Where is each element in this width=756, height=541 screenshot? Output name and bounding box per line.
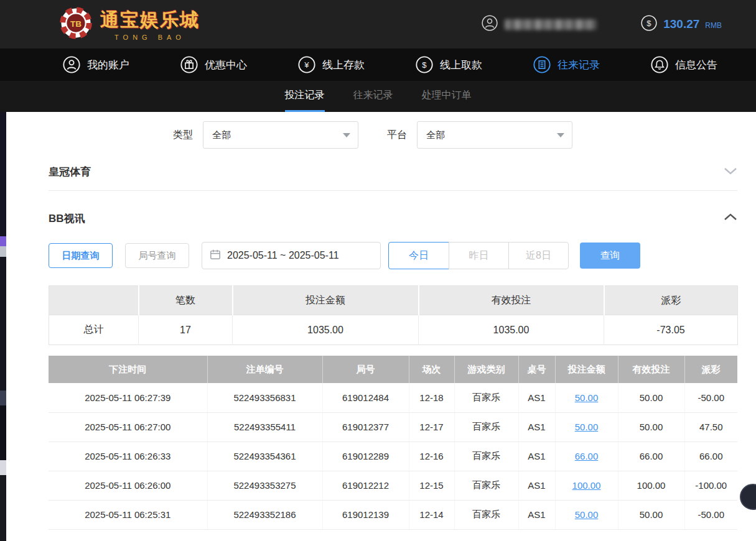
cell-bet-time: 2025-05-11 06:25:31 [49, 500, 207, 529]
nav-item-records[interactable]: 往来记录 [533, 55, 600, 74]
cell-payout: 47.50 [684, 412, 737, 442]
table-row: 2025-05-11 06:26:33522493354361619012289… [49, 442, 737, 471]
balance-amount: 130.27 [663, 17, 699, 31]
chevron-down-icon [343, 133, 350, 137]
platform-select-value: 全部 [426, 129, 445, 141]
nav-label: 线上存款 [322, 58, 365, 72]
account-icon [62, 55, 81, 74]
summary-header-payout: 派彩 [604, 286, 738, 315]
section-bb-video[interactable]: BB视讯 [49, 200, 737, 237]
section-title: 皇冠体育 [49, 165, 91, 179]
cell-payout: 66.00 [684, 442, 737, 471]
cell-round-id: 619012139 [322, 500, 409, 529]
cell-game-type: 百家乐 [454, 412, 518, 442]
background-page-edge [0, 112, 6, 541]
platform-select[interactable]: 全部 [417, 121, 572, 149]
nav-item-deposit[interactable]: ¥ 线上存款 [297, 55, 365, 74]
round-query-button[interactable]: 局号查询 [125, 243, 189, 268]
balance-currency: RMB [705, 21, 722, 30]
section-title: BB视讯 [49, 211, 85, 226]
cell-table-id: AS1 [518, 412, 555, 442]
search-button[interactable]: 查询 [580, 243, 640, 269]
cell-session: 12-17 [409, 412, 454, 442]
bet-amount-link[interactable]: 50.00 [575, 392, 599, 403]
svg-text:TB: TB [70, 19, 82, 29]
date-query-button[interactable]: 日期查询 [49, 243, 113, 268]
summary-header-valid-bet: 有效投注 [419, 286, 604, 315]
cell-payout: -50.00 [684, 500, 737, 529]
cell-order-id: 522493352186 [207, 500, 322, 529]
cell-game-type: 百家乐 [454, 500, 518, 529]
cell-order-id: 522493356831 [207, 383, 322, 412]
table-row: 2025-05-11 06:27:39522493356831619012484… [49, 383, 737, 412]
summary-count: 17 [139, 315, 233, 345]
section-crown-sports[interactable]: 皇冠体育 [49, 154, 737, 191]
cell-order-id: 522493354361 [207, 442, 322, 471]
logo-text: 通宝娱乐城 TONG BAO [100, 7, 200, 41]
summary-header-count: 笔数 [139, 286, 233, 315]
cell-order-id: 522493353275 [207, 471, 322, 500]
user-icon [481, 14, 498, 34]
dollar-icon: $ [640, 14, 658, 34]
username-masked [505, 19, 597, 30]
summary-header-blank [49, 286, 139, 315]
svg-text:$: $ [647, 19, 652, 28]
tab-bet-records[interactable]: 投注记录 [285, 89, 325, 112]
summary-total-label: 总计 [49, 315, 139, 345]
cell-table-id: AS1 [518, 500, 555, 529]
cell-valid-bet: 100.00 [618, 471, 684, 500]
bet-table-body: 2025-05-11 06:27:39522493356831619012484… [49, 383, 737, 529]
nav-item-withdraw[interactable]: $ 线上取款 [415, 55, 482, 74]
logo[interactable]: TB 通宝娱乐城 TONG BAO [59, 6, 200, 42]
cell-session: 12-16 [409, 442, 454, 471]
nav-label: 往来记录 [558, 58, 600, 72]
cell-bet-time: 2025-05-11 06:26:33 [49, 442, 207, 471]
summary-table: 笔数 投注金额 有效投注 派彩 总计 17 1035.00 1035.00 -7… [49, 285, 738, 345]
nav-label: 我的账户 [87, 58, 129, 72]
nav-item-promotions[interactable]: 优惠中心 [180, 55, 247, 74]
summary-bet-amount: 1035.00 [233, 315, 419, 345]
type-select[interactable]: 全部 [203, 121, 358, 149]
user-account[interactable] [481, 14, 597, 34]
cell-bet-amount: 50.00 [555, 412, 618, 442]
header-payout: 派彩 [684, 356, 737, 383]
summary-total-row: 总计 17 1035.00 1035.00 -73.05 [49, 315, 738, 345]
bet-amount-link[interactable]: 50.00 [575, 422, 599, 432]
calendar-icon [210, 249, 221, 262]
cell-table-id: AS1 [518, 471, 555, 500]
today-button[interactable]: 今日 [388, 242, 449, 269]
cell-round-id: 619012377 [322, 412, 409, 442]
cell-table-id: AS1 [518, 442, 555, 471]
svg-text:$: $ [422, 60, 427, 70]
nav-item-my-account[interactable]: 我的账户 [62, 55, 129, 74]
deposit-icon: ¥ [297, 55, 316, 74]
bet-amount-link[interactable]: 100.00 [572, 480, 601, 491]
topbar-right: $ 130.27 RMB [481, 14, 722, 34]
cell-table-id: AS1 [518, 383, 555, 412]
chevron-down-icon [557, 133, 564, 137]
tab-transaction-records[interactable]: 往来记录 [353, 89, 393, 112]
date-range-input[interactable]: 2025-05-11 ~ 2025-05-11 [202, 242, 381, 269]
nav-label: 信息公告 [675, 58, 717, 72]
cell-bet-amount: 66.00 [555, 442, 618, 471]
promo-icon [180, 55, 198, 74]
summary-valid-bet: 1035.00 [419, 315, 604, 345]
bet-amount-link[interactable]: 50.00 [575, 509, 599, 520]
nav-item-announcements[interactable]: 信息公告 [650, 55, 717, 74]
cell-payout: -100.00 [684, 471, 737, 500]
nav-label: 线上取款 [440, 58, 482, 72]
table-row: 2025-05-11 06:27:00522493355411619012377… [49, 412, 737, 442]
header-bet-amount: 投注金额 [555, 356, 618, 383]
type-select-value: 全部 [212, 129, 231, 141]
poker-chip-icon: TB [59, 6, 93, 42]
cell-order-id: 522493355411 [207, 412, 322, 442]
content: 类型 全部 平台 全部 皇冠体育 BB视讯 日期查询 局号 [6, 112, 756, 541]
header-bet-time: 下注时间 [49, 356, 207, 383]
bet-amount-link[interactable]: 66.00 [575, 451, 599, 461]
yesterday-button[interactable]: 昨日 [449, 242, 509, 269]
platform-filter-label: 平台 [387, 129, 407, 142]
last-8-days-button[interactable]: 近8日 [508, 242, 569, 269]
tab-pending-orders[interactable]: 处理中订单 [422, 89, 472, 112]
top-header: TB 通宝娱乐城 TONG BAO [0, 0, 756, 49]
balance[interactable]: $ 130.27 RMB [640, 14, 722, 34]
